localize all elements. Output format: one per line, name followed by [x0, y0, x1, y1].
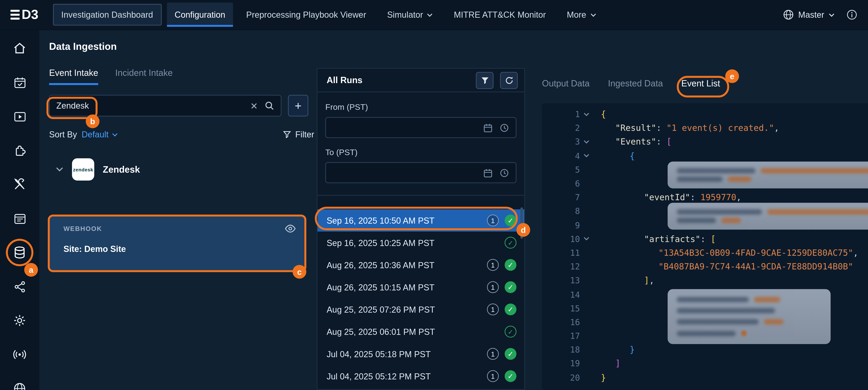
investigations-icon[interactable] [0, 65, 39, 99]
main-content: Data Ingestion Event Intake Incident Int… [39, 30, 868, 390]
tab-label: Ingested Data [608, 78, 663, 88]
run-row[interactable]: Aug 26, 2025 10:36 AM PST1✓ [317, 254, 524, 276]
filter-label: Filter [295, 130, 314, 139]
json-viewer[interactable]: 1{2"Result": "1 event(s) created.",3"Eve… [542, 103, 868, 390]
fold-chevron-icon[interactable] [580, 153, 593, 158]
line-number: 7 [542, 192, 580, 202]
connections-icon[interactable] [0, 269, 39, 303]
nav-label: MITRE ATT&CK Monitor [454, 10, 546, 20]
runs-filter-button[interactable] [476, 72, 494, 89]
line-number: 14 [542, 290, 580, 299]
filter-button[interactable]: Filter [283, 130, 317, 139]
tab-event-list[interactable]: Event List [681, 78, 720, 88]
run-row[interactable]: Sep 16, 2025 10:25 AM PST✓ [317, 232, 524, 254]
integrations-icon[interactable] [0, 133, 39, 167]
clock-icon[interactable] [499, 123, 509, 133]
clear-search-icon[interactable]: ✕ [250, 101, 258, 110]
line-number: 11 [542, 248, 580, 258]
sort-by-label: Sort By [49, 130, 77, 139]
tab-output-data[interactable]: Output Data [542, 78, 590, 88]
refresh-icon [504, 75, 514, 85]
code-text: } [593, 345, 635, 355]
nav-preprocessing-playbook-viewer[interactable]: Preprocessing Playbook Viewer [238, 4, 374, 25]
from-date-input[interactable] [325, 117, 517, 138]
sort-dropdown[interactable]: Default [82, 130, 118, 139]
runs-refresh-button[interactable] [500, 72, 518, 89]
nav-configuration[interactable]: Configuration [167, 3, 233, 27]
to-date-input[interactable] [325, 162, 517, 183]
code-text: { [593, 109, 606, 119]
runs-scrollbar[interactable] [520, 207, 523, 239]
run-row[interactable]: Aug 26, 2025 10:15 AM PST1✓ [317, 276, 524, 298]
calendar-icon[interactable] [483, 123, 493, 133]
line-number: 6 [542, 178, 580, 188]
to-label: To (PST) [325, 148, 517, 157]
redacted-block [668, 289, 831, 344]
run-timestamp: Jul 04, 2025 05:12 PM PST [327, 371, 481, 381]
run-row[interactable]: Jul 04, 2025 05:18 PM PST1✓ [317, 343, 524, 365]
code-line: 2"Result": "1 event(s) created.", [542, 121, 868, 135]
home-icon[interactable] [0, 31, 39, 65]
search-input[interactable]: Zendesk ✕ [49, 95, 281, 117]
run-row[interactable]: Sep 16, 2025 10:50 AM PST1✓ [317, 209, 524, 232]
integration-group-zendesk[interactable]: zendesk Zendesk [49, 158, 317, 181]
nav-label: Configuration [175, 10, 225, 20]
code-line: 7"eventId": 1959770, [542, 191, 868, 204]
code-text: "artifacts": [ [593, 234, 716, 244]
playbooks-icon[interactable] [0, 99, 39, 133]
tab-ingested-data[interactable]: Ingested Data [608, 78, 663, 88]
code-line: 10"artifacts": [ [542, 232, 868, 246]
code-text: } [593, 372, 606, 383]
globe-bottom-icon[interactable] [0, 371, 39, 390]
sort-value: Default [82, 130, 108, 139]
chevron-down-icon[interactable] [56, 167, 63, 172]
search-value: Zendesk [56, 101, 244, 111]
run-row[interactable]: Aug 25, 2025 06:01 PM PST✓ [317, 320, 524, 343]
environment-dropdown[interactable]: Master [783, 9, 835, 20]
webhook-card-demo-site[interactable]: WEBHOOK Site: Demo Site [49, 215, 306, 272]
run-count-badge: 1 [487, 303, 499, 315]
nav-label: Preprocessing Playbook Viewer [246, 10, 366, 20]
utilities-icon[interactable] [0, 167, 39, 201]
clock-icon[interactable] [499, 168, 509, 177]
run-timestamp: Aug 26, 2025 10:15 AM PST [327, 282, 481, 292]
chevron-down-icon [427, 13, 433, 17]
run-row[interactable]: Jul 04, 2025 05:12 PM PST1✓ [317, 365, 524, 387]
group-name: Zendesk [103, 164, 140, 174]
nav-mitre-attck-monitor[interactable]: MITRE ATT&CK Monitor [446, 4, 554, 25]
tab-incident-intake[interactable]: Incident Intake [115, 68, 173, 85]
nav-simulator[interactable]: Simulator [379, 4, 441, 25]
d3-logo[interactable]: D3 [10, 7, 38, 22]
data-ingestion-icon[interactable] [0, 235, 39, 269]
search-icon[interactable] [265, 101, 274, 111]
run-timestamp: Aug 25, 2025 07:26 PM PST [327, 304, 481, 314]
main-nav: Investigation Dashboard Configuration Pr… [53, 0, 604, 30]
run-row[interactable]: Aug 25, 2025 07:26 PM PST1✓ [317, 298, 524, 320]
code-text: ], [593, 276, 654, 286]
d3-logo-text: D3 [22, 7, 38, 22]
add-source-button[interactable]: + [288, 95, 308, 117]
code-text: "eventId": 1959770, [593, 192, 741, 202]
calendar-icon[interactable] [483, 168, 493, 177]
event-board-icon[interactable] [0, 201, 39, 235]
tab-label: Incident Intake [115, 68, 173, 78]
line-number: 2 [542, 123, 580, 133]
tab-event-intake[interactable]: Event Intake [49, 68, 98, 85]
info-icon[interactable] [846, 9, 858, 20]
nav-more[interactable]: More [559, 4, 604, 25]
run-count-badge: 1 [487, 215, 499, 226]
fold-chevron-icon[interactable] [580, 236, 593, 241]
fold-chevron-icon[interactable] [580, 139, 593, 144]
redacted-block [668, 203, 868, 230]
nav-investigation-dashboard[interactable]: Investigation Dashboard [53, 4, 162, 26]
fold-chevron-icon[interactable] [580, 111, 593, 117]
funnel-icon [283, 130, 291, 139]
zendesk-logo-text: zendesk [73, 167, 93, 172]
runs-list: Sep 16, 2025 10:50 AM PST1✓Sep 16, 2025 … [317, 196, 524, 387]
success-check-icon: ✓ [505, 259, 517, 271]
eye-icon[interactable] [285, 224, 296, 233]
settings-gear-icon[interactable] [0, 303, 39, 337]
code-line: 3"Events": [ [542, 135, 868, 149]
live-broadcast-icon[interactable] [0, 337, 39, 371]
line-number: 20 [542, 372, 580, 383]
